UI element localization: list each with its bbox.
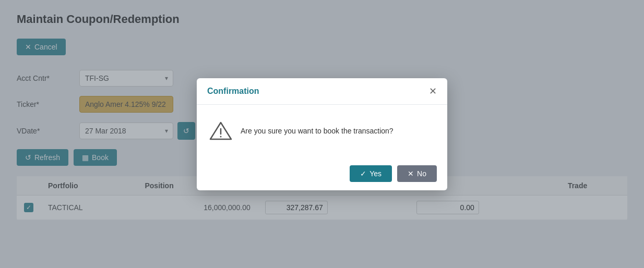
no-button[interactable]: ✕ No <box>397 165 437 182</box>
modal-header: Confirmation ✕ <box>197 78 447 105</box>
modal-body: Are you sure you want to book the transa… <box>197 105 447 157</box>
modal-message: Are you sure you want to book the transa… <box>241 127 393 135</box>
modal-footer: ✓ Yes ✕ No <box>197 157 447 190</box>
confirmation-modal: Confirmation ✕ Are you sure you want to … <box>197 78 447 190</box>
svg-point-2 <box>220 136 222 137</box>
modal-overlay: Confirmation ✕ Are you sure you want to … <box>0 0 644 268</box>
warning-triangle-icon <box>209 120 232 141</box>
modal-close-icon: ✕ <box>429 86 437 96</box>
modal-title: Confirmation <box>207 87 259 96</box>
modal-close-button[interactable]: ✕ <box>429 87 437 96</box>
yes-check-icon: ✓ <box>360 169 366 178</box>
yes-button[interactable]: ✓ Yes <box>350 165 392 182</box>
no-cross-icon: ✕ <box>408 169 414 178</box>
